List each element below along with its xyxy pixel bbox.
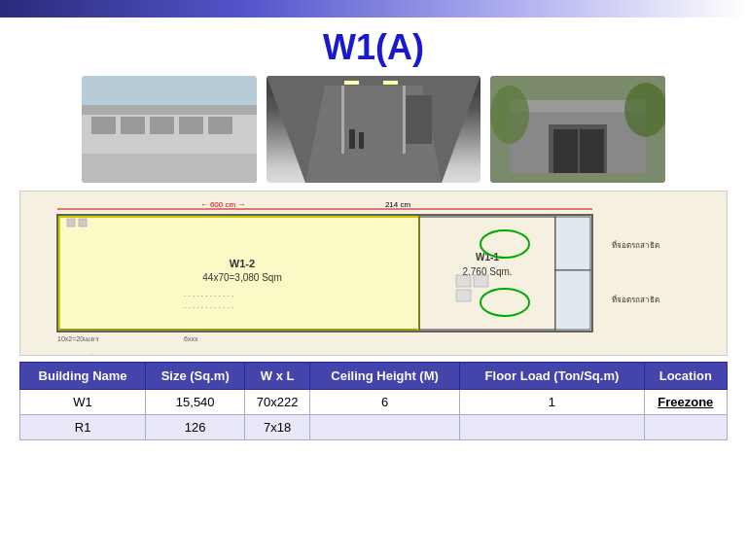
floorplan-notes: อาคาร W1 ตั้งอยู่ถนน 600 เมน ที่อนุโลมสุ… <box>38 354 719 356</box>
col-wxl: W x L <box>245 363 310 390</box>
svg-text:214 cm: 214 cm <box>385 200 411 209</box>
svg-text:← 600 cm →: ← 600 cm → <box>200 200 246 209</box>
top-bar <box>0 0 747 18</box>
svg-rect-44 <box>456 275 471 287</box>
photo-entrance <box>490 76 665 183</box>
photo-exterior <box>82 76 257 183</box>
svg-rect-5 <box>150 117 174 134</box>
svg-rect-18 <box>403 95 432 144</box>
col-floor-load: Floor Load (Ton/Sq.m) <box>460 363 644 390</box>
svg-rect-3 <box>91 117 116 134</box>
col-ceiling-height: Ceiling Height (M) <box>309 363 459 390</box>
svg-rect-2 <box>82 105 257 115</box>
svg-text:W1-2: W1-2 <box>230 258 255 269</box>
svg-rect-8 <box>82 161 257 183</box>
svg-point-25 <box>490 86 529 144</box>
cell-location-r1 <box>644 415 727 440</box>
cell-wxl-r1: 7x18 <box>245 415 310 440</box>
svg-rect-40 <box>555 217 590 270</box>
col-size: Size (Sq.m) <box>146 363 245 390</box>
svg-rect-52 <box>67 219 75 227</box>
cell-building-w1: W1 <box>20 390 146 415</box>
svg-rect-9 <box>101 154 237 161</box>
cell-ceiling-w1: 6 <box>309 390 459 415</box>
svg-text:10x2=20เมตร: 10x2=20เมตร <box>57 335 99 342</box>
cell-ceiling-r1 <box>309 415 459 440</box>
cell-floor-r1 <box>460 415 644 440</box>
svg-rect-46 <box>456 290 471 301</box>
photo-interior <box>267 76 480 183</box>
cell-location-w1[interactable]: Freezone <box>644 390 727 415</box>
col-building-name: Building Name <box>20 363 146 390</box>
floorplan-area: ← 600 cm → 214 cm W1-2 44x70=3,080 Sqm .… <box>19 191 728 356</box>
photos-row <box>19 76 728 183</box>
svg-rect-41 <box>555 270 590 330</box>
table-row: R1 126 7x18 <box>20 415 728 440</box>
svg-point-26 <box>624 83 665 137</box>
svg-rect-53 <box>79 219 87 227</box>
col-location: Location <box>644 363 727 390</box>
svg-text:ที่จอดรถสาธิต: ที่จอดรถสาธิต <box>612 294 659 304</box>
table-row: W1 15,540 70x222 6 1 Freezone <box>20 390 728 415</box>
svg-rect-17 <box>359 132 364 149</box>
svg-rect-45 <box>474 275 488 287</box>
cell-wxl-w1: 70x222 <box>245 390 310 415</box>
svg-rect-14 <box>344 81 359 85</box>
data-table-section: Building Name Size (Sq.m) W x L Ceiling … <box>19 362 728 440</box>
cell-floor-w1: 1 <box>460 390 644 415</box>
page-title: W1(A) <box>19 27 728 68</box>
cell-building-r1: R1 <box>20 415 146 440</box>
building-table: Building Name Size (Sq.m) W x L Ceiling … <box>19 362 728 440</box>
svg-rect-22 <box>553 129 578 173</box>
svg-rect-6 <box>179 117 203 134</box>
svg-rect-7 <box>208 117 232 134</box>
content-area: W1(A) <box>0 18 747 446</box>
svg-text:44x70=3,080 Sqm: 44x70=3,080 Sqm <box>202 272 281 283</box>
svg-rect-15 <box>383 81 398 85</box>
svg-rect-23 <box>580 129 604 173</box>
svg-text:. . . . . . . . . . . .: . . . . . . . . . . . . <box>184 290 233 298</box>
svg-rect-4 <box>121 117 145 134</box>
floorplan-svg: ← 600 cm → 214 cm W1-2 44x70=3,080 Sqm .… <box>28 197 728 348</box>
svg-text:6xxx: 6xxx <box>184 335 198 342</box>
svg-text:ที่จอดรถสาธิต: ที่จอดรถสาธิต <box>612 239 659 250</box>
note-line1: อาคาร W1 ตั้งอยู่ถนน 600 เมน <box>38 354 719 356</box>
table-header-row: Building Name Size (Sq.m) W x L Ceiling … <box>20 363 728 390</box>
cell-size-w1: 15,540 <box>146 390 245 415</box>
svg-text:. . . . . . . . . . . .: . . . . . . . . . . . . <box>184 301 233 310</box>
svg-rect-16 <box>349 129 355 149</box>
cell-size-r1: 126 <box>146 415 245 440</box>
